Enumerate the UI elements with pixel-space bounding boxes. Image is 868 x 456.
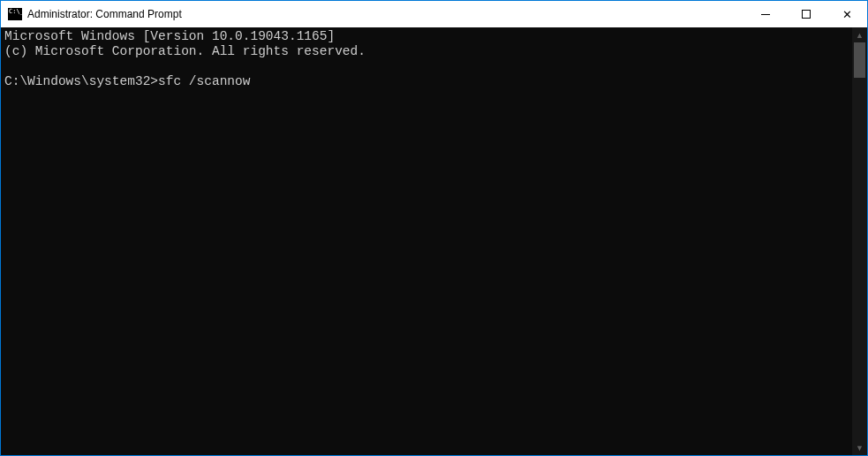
maximize-icon (802, 10, 811, 19)
copyright-line: (c) Microsoft Corporation. All rights re… (4, 44, 366, 58)
typed-command: sfc /scannow (158, 74, 250, 88)
prompt-path: C:\Windows\system32> (4, 74, 158, 88)
titlebar[interactable]: Administrator: Command Prompt ✕ (1, 1, 867, 27)
window-title: Administrator: Command Prompt (27, 8, 745, 20)
terminal-output[interactable]: Microsoft Windows [Version 10.0.19043.11… (1, 27, 852, 455)
close-icon: ✕ (842, 9, 852, 20)
scroll-thumb[interactable] (854, 42, 865, 78)
scroll-track[interactable] (852, 42, 867, 440)
minimize-button[interactable] (745, 1, 786, 27)
scroll-down-arrow[interactable]: ▼ (852, 440, 867, 455)
version-line: Microsoft Windows [Version 10.0.19043.11… (4, 29, 335, 43)
vertical-scrollbar[interactable]: ▲ ▼ (852, 27, 867, 455)
maximize-button[interactable] (786, 1, 826, 27)
command-prompt-window: Administrator: Command Prompt ✕ Microsof… (1, 1, 867, 455)
cmd-icon (8, 8, 22, 20)
close-button[interactable]: ✕ (826, 1, 867, 27)
window-controls: ✕ (745, 1, 867, 27)
minimize-icon (761, 14, 770, 15)
scroll-up-arrow[interactable]: ▲ (852, 27, 867, 42)
terminal-wrapper: Microsoft Windows [Version 10.0.19043.11… (1, 27, 867, 455)
